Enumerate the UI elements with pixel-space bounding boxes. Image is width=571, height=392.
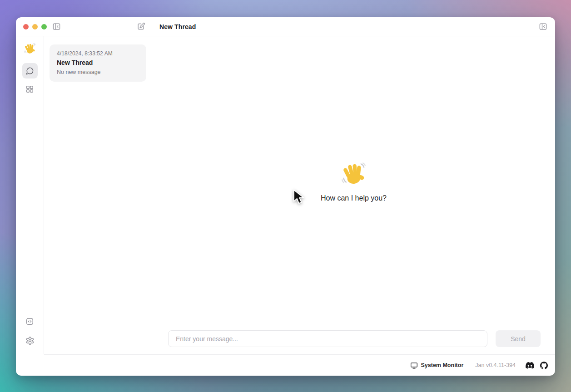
thread-list-item[interactable]: 4/18/2024, 8:33:52 AM New Thread No new …: [50, 44, 146, 82]
settings-gear-icon: [25, 336, 35, 345]
chat-bubble-icon: [25, 67, 34, 75]
greeting-text: How can I help you?: [321, 194, 387, 202]
titlebar: New Thread: [16, 17, 555, 36]
wave-logo[interactable]: [24, 43, 36, 57]
new-thread-compose-icon[interactable]: [135, 21, 147, 33]
waving-hand-icon: [341, 162, 366, 187]
system-monitor-icon: [410, 362, 418, 369]
system-monitor-toggle[interactable]: System Monitor: [410, 362, 464, 369]
apps-grid-icon: [25, 85, 34, 93]
message-input[interactable]: [168, 330, 487, 347]
status-bar: System Monitor Jan v0.4.11-394: [44, 354, 555, 376]
github-icon[interactable]: [540, 362, 548, 369]
sidebar-item-local-api-server[interactable]: [22, 314, 38, 329]
thread-title: New Thread: [57, 59, 139, 66]
api-server-icon: [25, 317, 34, 326]
panel-collapse-right-icon[interactable]: [537, 21, 549, 33]
traffic-lights: [23, 24, 47, 29]
window-body: 4/18/2024, 8:33:52 AM New Thread No new …: [16, 36, 555, 354]
thread-list-panel: 4/18/2024, 8:33:52 AM New Thread No new …: [44, 36, 152, 354]
panel-collapse-left-icon[interactable]: [50, 21, 62, 33]
page-title: New Thread: [159, 23, 196, 30]
empty-state: How can I help you?: [321, 162, 387, 202]
composer: Send: [168, 330, 541, 347]
system-monitor-label: System Monitor: [421, 362, 464, 368]
thread-last-message: No new message: [57, 69, 139, 75]
send-button[interactable]: Send: [496, 330, 541, 347]
app-version: Jan v0.4.11-394: [475, 362, 516, 368]
sidebar-item-chat[interactable]: [22, 63, 38, 78]
thread-date: 4/18/2024, 8:33:52 AM: [57, 50, 139, 57]
chat-main-area: How can I help you? Send: [152, 36, 555, 354]
sidebar-rail: [16, 36, 44, 354]
sidebar-item-hub[interactable]: [22, 81, 38, 97]
close-window-button[interactable]: [23, 24, 29, 29]
minimize-window-button[interactable]: [32, 24, 38, 29]
zoom-window-button[interactable]: [41, 24, 47, 29]
app-window: New Thread: [16, 17, 555, 376]
footer-row: System Monitor Jan v0.4.11-394: [16, 354, 555, 376]
discord-icon[interactable]: [526, 362, 534, 369]
sidebar-item-settings[interactable]: [22, 333, 38, 348]
